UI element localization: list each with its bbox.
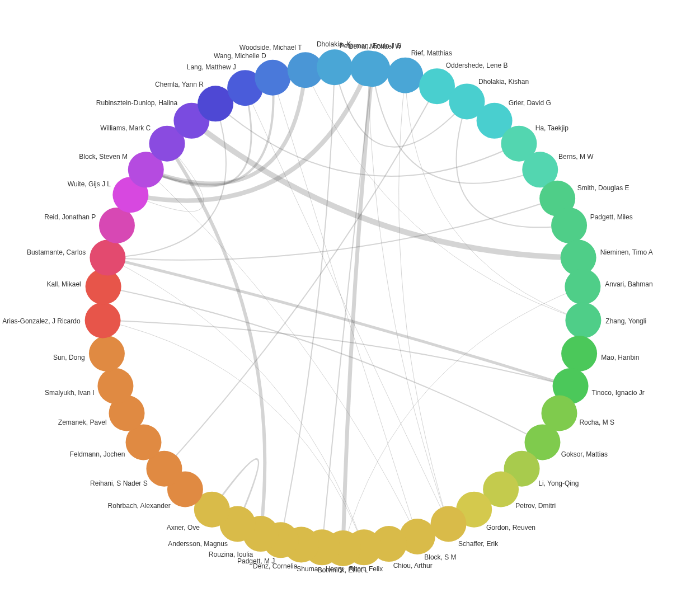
node-label: Rocha, M S: [579, 418, 614, 426]
node-label: Grier, David G: [509, 99, 551, 107]
node-label: Williams, Mark C: [100, 124, 151, 132]
node-label: Schaffer, Erik: [458, 540, 499, 548]
node-label: Sun, Dong: [53, 354, 85, 361]
node-label: Mao, Hanbin: [601, 354, 639, 361]
network-node[interactable]: [387, 58, 423, 93]
node-label: Wang, Michelle D: [214, 52, 266, 60]
edge: [399, 76, 449, 524]
node-label: Block, S M: [424, 553, 456, 561]
edge: [164, 86, 437, 469]
node-label: Arias-Gonzalez, J Ricardo: [2, 317, 81, 325]
node-label: Anvari, Bahman: [605, 280, 652, 288]
node-label: Reihani, S Nader S: [90, 479, 148, 487]
node-label: Berns, M W: [558, 153, 594, 161]
node-label: Oddershede, Lene B: [446, 62, 508, 69]
network-node[interactable]: [350, 50, 386, 86]
node-label: Block, Steven M: [79, 153, 128, 161]
network-node[interactable]: [551, 208, 587, 243]
network-node[interactable]: [317, 49, 353, 85]
node-label: Smalyukh, Ivan I: [45, 389, 95, 397]
node-label: Lang, Matthew J: [187, 63, 236, 71]
network-node[interactable]: [255, 60, 290, 96]
node-label: Dholakia, Kishan: [478, 78, 529, 86]
node-label: Axner, Ove: [167, 524, 200, 532]
node-label: Rouzina, Ioulia: [209, 551, 253, 558]
node-label: Woodside, Michael T: [239, 44, 302, 51]
network-node[interactable]: [99, 208, 135, 243]
node-label: Rief, Matthias: [411, 49, 452, 57]
node-label: Zemanek, Pavel: [58, 418, 107, 426]
edge: [343, 69, 372, 548]
network-node[interactable]: [97, 368, 133, 404]
node-label: Rubinsztein-Dunlop, Halina: [96, 99, 178, 107]
node-label: Wuite, Gijs J L: [68, 180, 111, 188]
node-label: Rohrbach, Alexander: [108, 502, 171, 510]
node-label: Goksor, Mattias: [561, 450, 608, 458]
node-label: Feldmann, Jochen: [70, 450, 125, 458]
node-label: Chiou, Arthur: [393, 562, 433, 570]
node-label: Peterman, Erwin J G: [340, 42, 402, 50]
node-label: Padgett, Miles: [590, 213, 633, 221]
node-label: Petrov, Dmitri: [515, 502, 556, 510]
node-label: Ha, Taekjip: [535, 124, 568, 132]
node-label: Zhang, Yongli: [605, 317, 646, 325]
node-label: Bustamante, Carlos: [27, 248, 86, 256]
edge: [103, 321, 571, 386]
node-label: Chemla, Yann R: [155, 81, 204, 88]
chord-network-chart: Berns, Michael WRief, MatthiasOddershede…: [0, 0, 686, 616]
node-label: Reid, Jonathan P: [44, 213, 96, 221]
node-label: Smith, Douglas E: [577, 184, 629, 192]
node-label: Li, Yong-Qing: [538, 479, 579, 487]
node-label: Padgett, M J: [237, 557, 275, 565]
node-label: Shuman, Henry: [297, 565, 343, 573]
node-label: Tinoco, Ignacio Jr: [591, 389, 644, 397]
node-label: Andersson, Magnus: [168, 540, 228, 548]
network-node[interactable]: [565, 269, 600, 305]
node-label: Kall, Mikael: [46, 280, 81, 288]
network-node[interactable]: [85, 303, 121, 338]
network-node[interactable]: [430, 506, 466, 542]
network-node[interactable]: [565, 303, 601, 338]
node-label: Nieminen, Timo A: [600, 248, 653, 256]
network-node[interactable]: [89, 336, 125, 372]
network-node[interactable]: [561, 336, 597, 372]
network-node[interactable]: [90, 240, 125, 276]
node-label: Gordon, Reuven: [486, 524, 535, 532]
